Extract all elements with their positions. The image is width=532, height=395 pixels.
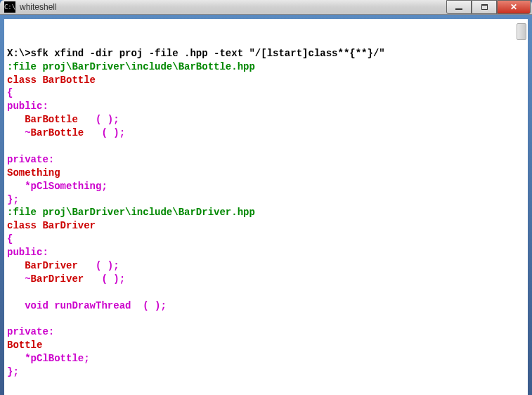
output-line: { bbox=[7, 86, 525, 100]
output-line: private: bbox=[7, 325, 525, 339]
output-line: *pClBottle; bbox=[7, 352, 525, 365]
file-header: :file proj\BarDriver\include\BarDriver.h… bbox=[7, 206, 525, 219]
output-line: BarBottle ( ); bbox=[7, 113, 525, 127]
file-header: :file proj\BarDriver\include\BarBottle.h… bbox=[7, 60, 525, 74]
output-line bbox=[7, 286, 525, 299]
minimize-icon bbox=[455, 8, 462, 10]
window-controls: ✕ bbox=[446, 0, 531, 14]
output-line: class BarBottle bbox=[7, 74, 525, 87]
output-line bbox=[7, 313, 525, 326]
output-line: class BarDriver bbox=[7, 219, 525, 233]
output-line: void runDrawThread ( ); bbox=[7, 299, 525, 313]
output-line: }; bbox=[7, 193, 525, 207]
output-line bbox=[7, 140, 525, 153]
maximize-icon bbox=[481, 4, 488, 10]
output-line: *pClSomething; bbox=[7, 180, 525, 193]
output-line: }; bbox=[7, 365, 525, 379]
output-line: public: bbox=[7, 246, 525, 259]
titlebar[interactable]: C:\ whiteshell ✕ bbox=[0, 0, 532, 15]
maximize-button[interactable] bbox=[472, 0, 497, 14]
output-line: ~BarDriver ( ); bbox=[7, 273, 525, 286]
close-icon: ✕ bbox=[510, 2, 517, 12]
output-line: BarDriver ( ); bbox=[7, 259, 525, 273]
output-line: Bottle bbox=[7, 339, 525, 352]
output-line: private: bbox=[7, 153, 525, 167]
close-button[interactable]: ✕ bbox=[497, 0, 531, 14]
output-line: public: bbox=[7, 100, 525, 113]
window-title: whiteshell bbox=[20, 2, 446, 12]
console-frame: X:\>sfk xfind -dir proj -file .hpp -text… bbox=[0, 15, 532, 395]
app-window: C:\ whiteshell ✕ X:\>sfk xfind -dir proj… bbox=[0, 0, 532, 395]
console-output[interactable]: X:\>sfk xfind -dir proj -file .hpp -text… bbox=[4, 19, 528, 395]
cmd-icon: C:\ bbox=[4, 1, 15, 13]
prompt-line: X:\>sfk xfind -dir proj -file .hpp -text… bbox=[7, 47, 525, 60]
output-line: Something bbox=[7, 167, 525, 180]
scrollbar-thumb[interactable] bbox=[517, 23, 526, 40]
minimize-button[interactable] bbox=[446, 0, 472, 14]
output-line: { bbox=[7, 233, 525, 246]
output-line: ~BarBottle ( ); bbox=[7, 127, 525, 140]
